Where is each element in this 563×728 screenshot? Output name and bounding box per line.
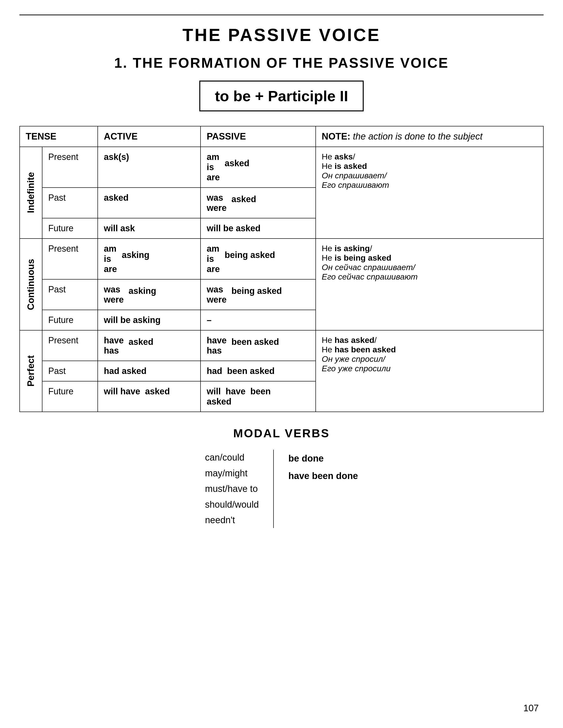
- modal-section: MODAL VERBS can/could may/might must/hav…: [19, 427, 544, 528]
- indefinite-present-row: Indefinite Present ask(s) am is are aske…: [20, 147, 543, 188]
- continuous-future-active: will be asking: [98, 310, 201, 330]
- active-text: ask(s): [104, 152, 129, 162]
- indefinite-past-subtense: Past: [42, 188, 98, 218]
- top-border: [19, 15, 544, 15]
- continuous-present-passive: am is are being asked: [201, 239, 315, 279]
- passive-be-forms: am is are: [207, 152, 220, 182]
- perfect-note: He has asked/ He has been asked Он уже с…: [316, 330, 543, 412]
- page-number: 107: [523, 703, 539, 713]
- continuous-future-passive: –: [201, 310, 315, 330]
- continuous-present-row: Continuous Present am is are asking am i…: [20, 239, 543, 279]
- modal-title: MODAL VERBS: [19, 427, 544, 440]
- indefinite-future-subtense: Future: [42, 218, 98, 239]
- modal-item: can/could: [205, 450, 259, 465]
- header-tense: TENSE: [20, 126, 98, 147]
- perfect-past-active: had asked: [98, 361, 201, 381]
- perfect-present-subtense: Present: [42, 330, 98, 361]
- note-label-italic: the action is done to the subject: [353, 131, 482, 141]
- modal-passive-1: be done: [288, 450, 358, 467]
- continuous-past-active: was were asking: [98, 279, 201, 310]
- perfect-label: Perfect: [20, 330, 42, 412]
- perfect-present-active: have has asked: [98, 330, 201, 361]
- header-passive: PASSIVE: [201, 126, 315, 147]
- perfect-future-passive: will have beenasked: [201, 381, 315, 412]
- continuous-past-passive: was were being asked: [201, 279, 315, 310]
- continuous-present-active: am is are asking: [98, 239, 201, 279]
- perfect-present-passive: have has been asked: [201, 330, 315, 361]
- modal-item: must/have to: [205, 481, 259, 497]
- modal-item: may/might: [205, 465, 259, 481]
- header-note: NOTE: the action is done to the subject: [316, 126, 543, 147]
- indefinite-past-active: asked: [98, 188, 201, 218]
- indefinite-present-active: ask(s): [98, 147, 201, 188]
- perfect-past-passive: had been asked: [201, 361, 315, 381]
- indefinite-past-passive: was were asked: [201, 188, 315, 218]
- indefinite-future-active: will ask: [98, 218, 201, 239]
- indefinite-future-passive: will be asked: [201, 218, 315, 239]
- perfect-present-row: Perfect Present have has asked have has: [20, 330, 543, 361]
- continuous-past-subtense: Past: [42, 279, 98, 310]
- perfect-future-subtense: Future: [42, 381, 98, 412]
- note-label-bold: NOTE:: [322, 131, 353, 141]
- section-title: 1. THE FORMATION OF THE PASSIVE VOICE: [19, 55, 544, 71]
- indefinite-present-passive: am is are asked: [201, 147, 315, 188]
- modal-passive-2: have been done: [288, 467, 358, 485]
- perfect-future-active: will have asked: [98, 381, 201, 412]
- indefinite-present-subtense: Present: [42, 147, 98, 188]
- modal-item: should/would: [205, 497, 259, 513]
- continuous-label: Continuous: [20, 239, 42, 330]
- indefinite-label: Indefinite: [20, 147, 42, 239]
- passive-voice-table: TENSE ACTIVE PASSIVE NOTE: the action is…: [19, 126, 544, 412]
- formula-box: to be + Participle II: [199, 81, 364, 111]
- indefinite-note: He asks/ He is asked Он спрашивает/ Его …: [316, 147, 543, 239]
- modal-left-column: can/could may/might must/have to should/…: [205, 450, 274, 528]
- header-active: ACTIVE: [98, 126, 201, 147]
- modal-content: can/could may/might must/have to should/…: [19, 450, 544, 528]
- page-title: THE PASSIVE VOICE: [19, 25, 544, 45]
- modal-item: needn't: [205, 512, 259, 528]
- continuous-present-subtense: Present: [42, 239, 98, 279]
- continuous-future-subtense: Future: [42, 310, 98, 330]
- perfect-past-subtense: Past: [42, 361, 98, 381]
- continuous-note: He is asking/ He is being asked Он сейча…: [316, 239, 543, 330]
- modal-right-column: be done have been done: [274, 450, 358, 485]
